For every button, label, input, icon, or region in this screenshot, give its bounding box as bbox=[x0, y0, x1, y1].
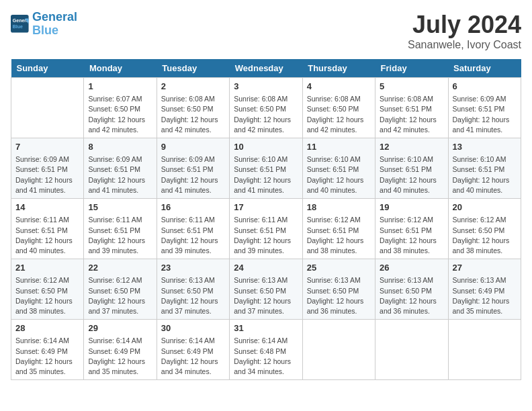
calendar-cell: 19Sunrise: 6:12 AM Sunset: 6:51 PM Dayli… bbox=[375, 199, 448, 259]
day-info: Sunrise: 6:09 AM Sunset: 6:51 PM Dayligh… bbox=[88, 154, 152, 195]
day-info: Sunrise: 6:08 AM Sunset: 6:50 PM Dayligh… bbox=[161, 94, 225, 135]
day-info: Sunrise: 6:09 AM Sunset: 6:51 PM Dayligh… bbox=[15, 154, 79, 195]
calendar-cell: 9Sunrise: 6:09 AM Sunset: 6:51 PM Daylig… bbox=[157, 138, 229, 199]
day-info: Sunrise: 6:12 AM Sunset: 6:50 PM Dayligh… bbox=[15, 275, 79, 316]
col-header-monday: Monday bbox=[84, 59, 157, 78]
day-info: Sunrise: 6:11 AM Sunset: 6:51 PM Dayligh… bbox=[88, 215, 152, 256]
day-info: Sunrise: 6:10 AM Sunset: 6:51 PM Dayligh… bbox=[453, 154, 517, 195]
day-number: 5 bbox=[380, 81, 443, 93]
calendar-cell: 3Sunrise: 6:08 AM Sunset: 6:50 PM Daylig… bbox=[230, 78, 302, 138]
calendar-cell: 24Sunrise: 6:13 AM Sunset: 6:50 PM Dayli… bbox=[230, 259, 302, 320]
calendar-cell: 29Sunrise: 6:14 AM Sunset: 6:49 PM Dayli… bbox=[84, 320, 157, 380]
week-row-1: 1Sunrise: 6:07 AM Sunset: 6:50 PM Daylig… bbox=[11, 78, 521, 138]
day-number: 16 bbox=[161, 201, 225, 214]
day-number: 12 bbox=[380, 141, 443, 153]
day-info: Sunrise: 6:13 AM Sunset: 6:50 PM Dayligh… bbox=[307, 275, 371, 316]
day-info: Sunrise: 6:10 AM Sunset: 6:51 PM Dayligh… bbox=[307, 154, 371, 195]
day-info: Sunrise: 6:12 AM Sunset: 6:51 PM Dayligh… bbox=[380, 215, 443, 256]
day-number: 8 bbox=[88, 141, 152, 153]
day-number: 13 bbox=[453, 141, 517, 153]
week-row-5: 28Sunrise: 6:14 AM Sunset: 6:49 PM Dayli… bbox=[11, 320, 521, 380]
day-info: Sunrise: 6:09 AM Sunset: 6:51 PM Dayligh… bbox=[453, 94, 517, 135]
calendar-cell: 7Sunrise: 6:09 AM Sunset: 6:51 PM Daylig… bbox=[11, 138, 84, 199]
day-number: 31 bbox=[234, 322, 298, 334]
calendar-cell: 5Sunrise: 6:08 AM Sunset: 6:51 PM Daylig… bbox=[375, 78, 448, 138]
calendar-table: SundayMondayTuesdayWednesdayThursdayFrid… bbox=[11, 59, 521, 380]
day-number: 17 bbox=[234, 201, 298, 214]
day-number: 20 bbox=[453, 201, 517, 214]
calendar-cell bbox=[302, 320, 375, 380]
day-info: Sunrise: 6:14 AM Sunset: 6:49 PM Dayligh… bbox=[161, 336, 225, 377]
col-header-sunday: Sunday bbox=[11, 59, 84, 78]
col-header-saturday: Saturday bbox=[448, 59, 521, 78]
col-header-friday: Friday bbox=[375, 59, 448, 78]
day-number: 21 bbox=[15, 262, 79, 274]
day-info: Sunrise: 6:10 AM Sunset: 6:51 PM Dayligh… bbox=[234, 154, 298, 195]
day-info: Sunrise: 6:07 AM Sunset: 6:50 PM Dayligh… bbox=[88, 94, 152, 135]
day-number: 4 bbox=[307, 81, 371, 93]
calendar-cell: 21Sunrise: 6:12 AM Sunset: 6:50 PM Dayli… bbox=[11, 259, 84, 320]
calendar-cell: 25Sunrise: 6:13 AM Sunset: 6:50 PM Dayli… bbox=[302, 259, 375, 320]
logo-text: GeneralBlue bbox=[32, 11, 77, 38]
day-info: Sunrise: 6:11 AM Sunset: 6:51 PM Dayligh… bbox=[234, 215, 298, 256]
calendar-cell: 30Sunrise: 6:14 AM Sunset: 6:49 PM Dayli… bbox=[157, 320, 229, 380]
col-header-thursday: Thursday bbox=[302, 59, 375, 78]
day-number: 24 bbox=[234, 262, 298, 274]
day-number: 10 bbox=[234, 141, 298, 153]
title-block: July 2024 Sananwele, Ivory Coast bbox=[408, 11, 521, 51]
calendar-cell: 8Sunrise: 6:09 AM Sunset: 6:51 PM Daylig… bbox=[84, 138, 157, 199]
day-info: Sunrise: 6:13 AM Sunset: 6:50 PM Dayligh… bbox=[161, 275, 225, 316]
day-info: Sunrise: 6:11 AM Sunset: 6:51 PM Dayligh… bbox=[161, 215, 225, 256]
calendar-cell: 4Sunrise: 6:08 AM Sunset: 6:50 PM Daylig… bbox=[302, 78, 375, 138]
day-info: Sunrise: 6:12 AM Sunset: 6:50 PM Dayligh… bbox=[88, 275, 152, 316]
day-info: Sunrise: 6:09 AM Sunset: 6:51 PM Dayligh… bbox=[161, 154, 225, 195]
day-number: 7 bbox=[15, 141, 79, 153]
day-number: 23 bbox=[161, 262, 225, 274]
calendar-cell: 17Sunrise: 6:11 AM Sunset: 6:51 PM Dayli… bbox=[230, 199, 302, 259]
day-number: 22 bbox=[88, 262, 152, 274]
day-number: 29 bbox=[88, 322, 152, 334]
calendar-header-row: SundayMondayTuesdayWednesdayThursdayFrid… bbox=[11, 59, 521, 78]
month-title: July 2024 bbox=[408, 11, 521, 39]
day-number: 14 bbox=[15, 201, 79, 214]
calendar-cell: 6Sunrise: 6:09 AM Sunset: 6:51 PM Daylig… bbox=[448, 78, 521, 138]
calendar-cell bbox=[11, 78, 84, 138]
logo-icon: General Blue bbox=[11, 15, 30, 34]
day-number: 3 bbox=[234, 81, 298, 93]
day-info: Sunrise: 6:14 AM Sunset: 6:49 PM Dayligh… bbox=[88, 336, 152, 377]
calendar-cell: 26Sunrise: 6:13 AM Sunset: 6:50 PM Dayli… bbox=[375, 259, 448, 320]
day-number: 18 bbox=[307, 201, 371, 214]
day-number: 6 bbox=[453, 81, 517, 93]
day-number: 26 bbox=[380, 262, 443, 274]
day-info: Sunrise: 6:12 AM Sunset: 6:51 PM Dayligh… bbox=[307, 215, 371, 256]
col-header-tuesday: Tuesday bbox=[157, 59, 229, 78]
day-info: Sunrise: 6:08 AM Sunset: 6:50 PM Dayligh… bbox=[234, 94, 298, 135]
calendar-cell: 16Sunrise: 6:11 AM Sunset: 6:51 PM Dayli… bbox=[157, 199, 229, 259]
calendar-cell: 18Sunrise: 6:12 AM Sunset: 6:51 PM Dayli… bbox=[302, 199, 375, 259]
calendar-cell: 1Sunrise: 6:07 AM Sunset: 6:50 PM Daylig… bbox=[84, 78, 157, 138]
day-number: 11 bbox=[307, 141, 371, 153]
calendar-cell bbox=[448, 320, 521, 380]
calendar-cell: 12Sunrise: 6:10 AM Sunset: 6:51 PM Dayli… bbox=[375, 138, 448, 199]
calendar-cell: 23Sunrise: 6:13 AM Sunset: 6:50 PM Dayli… bbox=[157, 259, 229, 320]
day-number: 19 bbox=[380, 201, 443, 214]
day-number: 25 bbox=[307, 262, 371, 274]
day-number: 15 bbox=[88, 201, 152, 214]
week-row-2: 7Sunrise: 6:09 AM Sunset: 6:51 PM Daylig… bbox=[11, 138, 521, 199]
logo: General Blue GeneralBlue bbox=[11, 11, 77, 38]
page-header: General Blue GeneralBlue July 2024 Sanan… bbox=[11, 11, 521, 51]
calendar-cell: 11Sunrise: 6:10 AM Sunset: 6:51 PM Dayli… bbox=[302, 138, 375, 199]
calendar-cell: 27Sunrise: 6:13 AM Sunset: 6:49 PM Dayli… bbox=[448, 259, 521, 320]
day-info: Sunrise: 6:08 AM Sunset: 6:51 PM Dayligh… bbox=[380, 94, 443, 135]
calendar-cell: 28Sunrise: 6:14 AM Sunset: 6:49 PM Dayli… bbox=[11, 320, 84, 380]
day-info: Sunrise: 6:13 AM Sunset: 6:50 PM Dayligh… bbox=[380, 275, 443, 316]
day-number: 28 bbox=[15, 322, 79, 334]
day-number: 27 bbox=[453, 262, 517, 274]
day-info: Sunrise: 6:11 AM Sunset: 6:51 PM Dayligh… bbox=[15, 215, 79, 256]
day-number: 2 bbox=[161, 81, 225, 93]
calendar-cell: 10Sunrise: 6:10 AM Sunset: 6:51 PM Dayli… bbox=[230, 138, 302, 199]
calendar-cell: 13Sunrise: 6:10 AM Sunset: 6:51 PM Dayli… bbox=[448, 138, 521, 199]
day-number: 9 bbox=[161, 141, 225, 153]
calendar-cell: 15Sunrise: 6:11 AM Sunset: 6:51 PM Dayli… bbox=[84, 199, 157, 259]
day-info: Sunrise: 6:13 AM Sunset: 6:49 PM Dayligh… bbox=[453, 275, 517, 316]
